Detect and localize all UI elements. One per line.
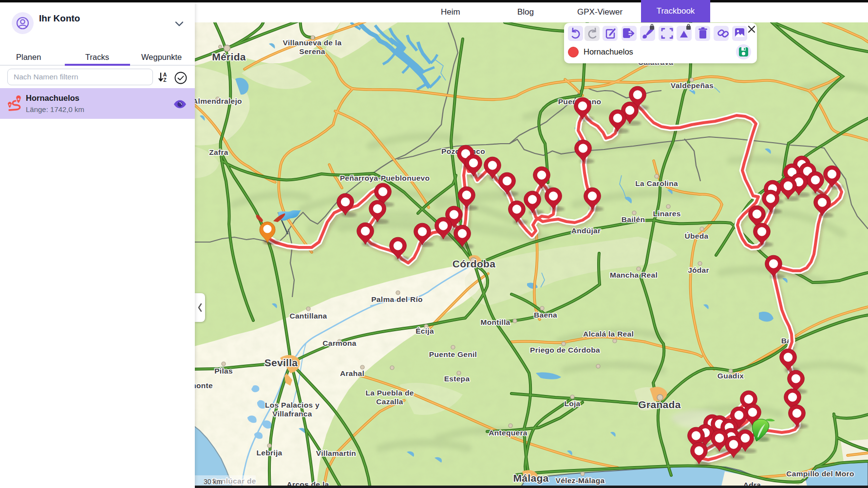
svg-text:Baena: Baena [534,311,557,319]
svg-text:Villamartín: Villamartín [316,449,356,457]
svg-text:Cazalla: Cazalla [376,397,403,406]
svg-text:Úbeda: Úbeda [685,232,709,240]
svg-text:Arahal: Arahal [340,369,364,377]
svg-text:Priego de Córdoba: Priego de Córdoba [530,346,600,354]
svg-text:Villanueva de la: Villanueva de la [283,38,342,47]
svg-text:Los Palacios y: Los Palacios y [265,401,320,409]
svg-text:Antequera: Antequera [489,429,527,437]
svg-text:Serena: Serena [299,47,325,56]
svg-text:Carmona: Carmona [322,339,356,347]
svg-text:Alcalá la Real: Alcalá la Real [583,330,634,338]
svg-text:Bailén: Bailén [622,215,645,224]
svg-text:Vélez-Málaga: Vélez-Málaga [556,476,605,485]
svg-text:Granada: Granada [638,399,680,410]
svg-text:Lebrija: Lebrija [257,449,283,457]
svg-text:Mancha Real: Mancha Real [610,271,658,279]
svg-text:Montilla: Montilla [481,318,510,326]
svg-text:Sevilla: Sevilla [264,357,298,368]
svg-text:Peñarroya-Pueblonuevo: Peñarroya-Pueblonuevo [340,174,430,182]
svg-text:Pilas: Pilas [214,367,233,375]
svg-text:Guadix: Guadix [717,372,744,380]
svg-text:Málaga: Málaga [513,472,549,484]
svg-text:Z: Z [163,77,167,83]
svg-text:Andújar: Andújar [571,226,601,235]
svg-text:Almendralejo: Almendralejo [192,97,242,105]
svg-text:Palma del Río: Palma del Río [371,295,423,303]
svg-text:Estepa: Estepa [444,375,470,383]
svg-text:Cantillana: Cantillana [289,312,327,320]
svg-text:Valdepeñas: Valdepeñas [671,81,714,90]
svg-text:La Puebla de: La Puebla de [365,389,414,397]
svg-text:Loja: Loja [564,399,580,408]
svg-text:Jódar: Jódar [688,266,709,274]
svg-text:Mérida: Mérida [212,51,246,62]
svg-text:Puente Genil: Puente Genil [429,350,477,358]
svg-text:Córdoba: Córdoba [453,258,495,269]
svg-text:La Carolina: La Carolina [635,179,678,188]
svg-text:Zafra: Zafra [209,148,228,156]
svg-text:Écija: Écija [415,327,434,335]
svg-text:Campillo del Moro: Campillo del Moro [786,469,854,478]
svg-text:Villafranca: Villafranca [272,410,312,418]
svg-text:Linares: Linares [653,209,680,218]
